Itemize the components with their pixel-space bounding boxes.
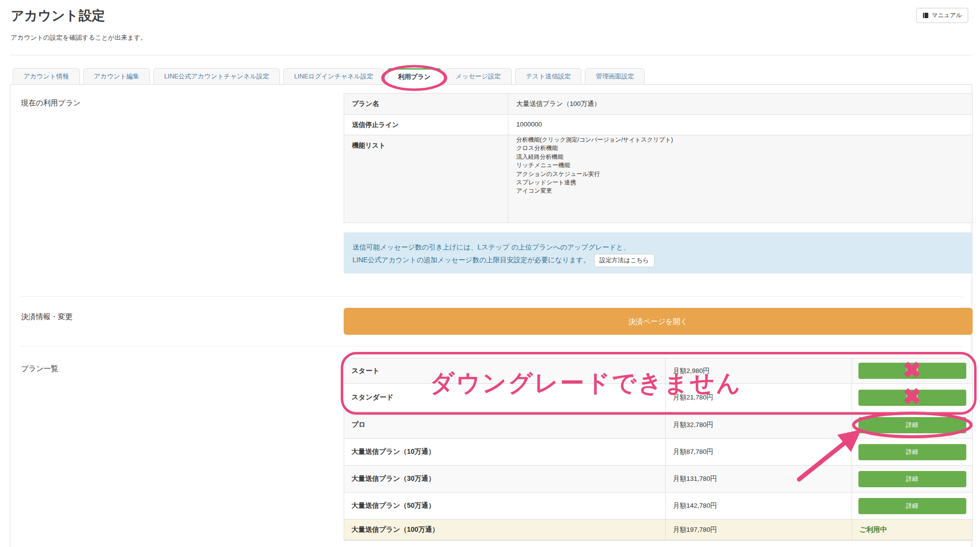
table-row-bulk-1m-current: 大量送信プラン（100万通） 月額197,780円 ご利用中 xyxy=(344,520,972,540)
plan-list-table: スタート 月額2,980円 詳細 ✖ スタンダード 月額21,780円 詳細 ✖… xyxy=(344,358,973,541)
detail-button-standard[interactable]: 詳細 ✖ xyxy=(858,390,966,406)
table-row-pro-plan: プロ 月額32,780円 詳細 xyxy=(344,412,972,439)
page-title: アカウント設定 xyxy=(11,7,105,25)
current-plan-section-label: 現在の利用プラン xyxy=(21,99,80,108)
open-payment-page-button[interactable]: 決済ページを開く xyxy=(344,308,973,335)
detail-button-label: 詳細 xyxy=(906,422,918,428)
current-plan-status-badge: ご利用中 xyxy=(852,525,972,534)
detail-button-label: 詳細 xyxy=(906,367,918,374)
section-divider xyxy=(20,346,963,347)
detail-button-bulk-100k[interactable]: 詳細 xyxy=(858,444,966,460)
plan-name: スタート xyxy=(344,358,665,383)
setup-method-button[interactable]: 設定方法はこちら xyxy=(594,254,654,267)
plan-name-label: プラン名 xyxy=(344,94,508,114)
feature-item: スプレッドシート連携 xyxy=(516,178,964,187)
tab-line-official-channel[interactable]: LINE公式アカウントチャンネル設定 xyxy=(153,68,280,85)
feature-item: 流入経路分析機能 xyxy=(516,153,964,161)
upgrade-notice: 送信可能メッセージ数の引き上げには、Lステップ の上位プランへのアップグレードと… xyxy=(344,232,973,274)
feature-list-label: 機能リスト xyxy=(344,135,508,223)
usage-plan-panel: 現在の利用プラン プラン名 大量送信プラン（100万通） 送信停止ライン 100… xyxy=(10,84,972,547)
feature-item: 分析機能(クリック測定/コンバージョン/サイトスクリプト) xyxy=(516,136,964,144)
manual-button[interactable]: マニュアル xyxy=(916,8,968,23)
tab-test-send-settings[interactable]: テスト送信設定 xyxy=(515,68,582,85)
detail-button-bulk-500k[interactable]: 詳細 xyxy=(858,498,966,514)
feature-item: アイコン変更 xyxy=(516,187,964,195)
section-divider xyxy=(20,296,963,297)
tab-line-login-channel[interactable]: LINEログインチャネル設定 xyxy=(283,68,384,85)
tab-admin-screen-settings[interactable]: 管理画面設定 xyxy=(585,68,645,85)
feature-item: アクションのスケジュール実行 xyxy=(516,170,964,178)
plan-name: 大量送信プラン（30万通） xyxy=(344,466,665,492)
page-subtitle: アカウントの設定を確認することが出来ます。 xyxy=(11,33,147,42)
settings-tab-bar: アカウント情報 アカウント編集 LINE公式アカウントチャンネル設定 LINEロ… xyxy=(13,68,645,85)
plan-price: 月額21,780円 xyxy=(665,384,852,411)
table-row-bulk-100k: 大量送信プラン（10万通） 月額87,780円 詳細 xyxy=(344,439,972,466)
payment-section-label: 決済情報・変更 xyxy=(21,312,73,322)
plan-name: 大量送信プラン（100万通） xyxy=(344,520,665,540)
table-row-bulk-300k: 大量送信プラン（30万通） 月額131,780円 詳細 xyxy=(344,466,972,493)
send-stop-line-label: 送信停止ライン xyxy=(344,115,508,135)
book-icon xyxy=(923,12,929,19)
plan-name: スタンダード xyxy=(344,384,665,411)
plan-price: 月額87,780円 xyxy=(665,439,852,465)
table-row-start-plan: スタート 月額2,980円 詳細 ✖ xyxy=(344,358,972,384)
tab-account-info[interactable]: アカウント情報 xyxy=(13,68,80,85)
detail-button-label: 詳細 xyxy=(906,394,918,401)
plan-name-value: 大量送信プラン（100万通） xyxy=(508,94,972,114)
tab-usage-plan-label: 利用プラン xyxy=(398,73,430,80)
plan-name: 大量送信プラン（50万通） xyxy=(344,493,665,519)
plan-name: プロ xyxy=(344,412,665,438)
manual-button-label: マニュアル xyxy=(932,11,962,20)
tab-usage-plan[interactable]: 利用プラン xyxy=(387,68,441,85)
upgrade-notice-line1: 送信可能メッセージ数の引き上げには、Lステップ の上位プランへのアップグレードと… xyxy=(352,241,964,253)
feature-list-value: 分析機能(クリック測定/コンバージョン/サイトスクリプト) クロス分析機能 流入… xyxy=(508,135,972,223)
send-stop-line-value: 1000000 xyxy=(508,115,972,135)
plan-price: 月額32,780円 xyxy=(665,412,852,438)
plan-price: 月額197,780円 xyxy=(665,520,852,540)
detail-button-pro[interactable]: 詳細 xyxy=(858,417,966,433)
tab-account-edit[interactable]: アカウント編集 xyxy=(83,68,151,85)
detail-button-start[interactable]: 詳細 ✖ xyxy=(858,363,966,379)
header-divider xyxy=(10,55,972,55)
upgrade-notice-line2-text: LINE公式アカウントの追加メッセージ数の上限目安設定が必要になります。 xyxy=(352,256,590,264)
plan-price: 月額2,980円 xyxy=(665,358,852,383)
feature-item: クロス分析機能 xyxy=(516,144,964,152)
plan-price: 月額131,780円 xyxy=(665,466,852,492)
table-row-standard-plan: スタンダード 月額21,780円 詳細 ✖ xyxy=(344,384,972,412)
table-row: プラン名 大量送信プラン（100万通） xyxy=(344,94,972,115)
detail-button-bulk-300k[interactable]: 詳細 xyxy=(858,471,966,487)
table-row-bulk-500k: 大量送信プラン（50万通） 月額142,780円 詳細 xyxy=(344,493,972,520)
current-plan-table: プラン名 大量送信プラン（100万通） 送信停止ライン 1000000 機能リス… xyxy=(344,93,973,223)
upgrade-notice-line2: LINE公式アカウントの追加メッセージ数の上限目安設定が必要になります。設定方法… xyxy=(352,253,964,267)
table-row: 送信停止ライン 1000000 xyxy=(344,115,972,135)
plan-list-section-label: プラン一覧 xyxy=(21,364,58,373)
tab-message-settings[interactable]: メッセージ設定 xyxy=(445,68,511,85)
feature-item: リッチメニュー機能 xyxy=(516,161,964,170)
table-row: 機能リスト 分析機能(クリック測定/コンバージョン/サイトスクリプト) クロス分… xyxy=(344,135,972,223)
plan-name: 大量送信プラン（10万通） xyxy=(344,439,665,465)
plan-price: 月額142,780円 xyxy=(665,493,852,519)
